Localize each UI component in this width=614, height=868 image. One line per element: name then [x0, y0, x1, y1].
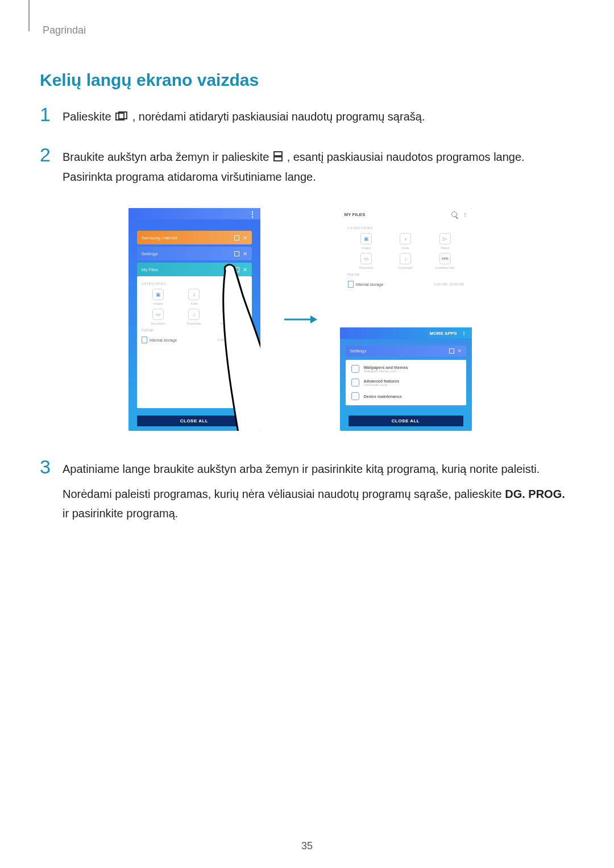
my-files-preview: CATEGORIES ▣Images ♪Audio ▷Videos ▭Docum…	[137, 276, 252, 408]
apk-icon: APK	[439, 253, 451, 264]
text: ir pasirinkite programą.	[63, 507, 178, 520]
label: Videos	[226, 302, 234, 305]
text: Apatiniame lange braukite aukštyn arba ž…	[63, 459, 571, 479]
section-label: PHONE	[142, 329, 248, 332]
label: Images	[154, 302, 163, 305]
downloads-icon: ↓	[400, 253, 411, 264]
left-phone-mockup: ⋮ Samsung Internet ✕ Settings ✕ My Files…	[128, 208, 260, 431]
audio-icon: ♪	[400, 233, 411, 244]
more-apps-label: MORE APPS	[430, 331, 457, 336]
step-body: Braukite aukštyn arba žemyn ir palieskit…	[63, 147, 571, 193]
text: , norėdami atidaryti paskiausiai naudotų…	[132, 110, 425, 123]
step-3: 3 Apatiniame lange braukite aukštyn arba…	[40, 459, 571, 529]
documents-icon: ▭	[360, 253, 372, 264]
svg-marker-5	[310, 315, 317, 323]
storage-icon	[142, 337, 147, 343]
downloads-icon: ↓	[188, 309, 200, 320]
app-title: MY FILES	[345, 212, 366, 217]
storage-row: Internal storage 6.23 GB / 16.00 GB	[347, 279, 465, 290]
section-label: CATEGORIES	[142, 282, 248, 285]
my-files-top-panel: CATEGORIES ▣Images ♪Audio ▷Videos ▭Docum…	[340, 221, 472, 327]
step-body: Palieskite , norėdami atidaryti paskiaus…	[63, 107, 571, 133]
step-number: 2	[40, 145, 63, 164]
step-body: Apatiniame lange braukite aukštyn arba ž…	[63, 459, 571, 529]
storage-icon	[348, 281, 354, 288]
step-number: 3	[40, 457, 63, 476]
svg-rect-3	[274, 157, 282, 161]
storage-value: 6.23 GB / 16.00 GB	[217, 338, 247, 342]
videos-icon: ▷	[225, 289, 236, 300]
list-item: Wallpapers and themesWallpapers, themes,…	[346, 362, 466, 376]
bottom-split-panel: Settings ✕ Wallpapers and themesWallpape…	[340, 340, 472, 408]
close-icon: ✕	[243, 267, 247, 273]
step-2: 2 Braukite aukštyn arba žemyn ir paliesk…	[40, 147, 571, 193]
more-apps-bar: MORE APPS ⋮	[340, 327, 472, 339]
recent-card: Settings ✕	[346, 346, 466, 356]
recent-card: My Files ✕	[137, 263, 252, 276]
list-item: Advanced featuresOne-handed mode	[346, 376, 466, 389]
row-title: Advanced features	[364, 379, 400, 383]
row-sub: Wallpapers, themes, icons	[364, 369, 408, 373]
close-icon: ✕	[458, 348, 462, 354]
section-label: CATEGORIES	[348, 226, 465, 230]
advanced-features-icon	[351, 379, 359, 387]
label: Documents	[359, 266, 374, 269]
more-icon: ⋮	[249, 210, 256, 218]
more-icon: ⋮	[462, 331, 466, 336]
svg-rect-2	[274, 152, 282, 156]
row-title: Device maintenance	[364, 394, 402, 398]
section-label: PHONE	[348, 273, 465, 276]
step-1: 1 Palieskite , norėdami atidaryti paskia…	[40, 107, 571, 133]
settings-list: Wallpapers and themesWallpapers, themes,…	[346, 360, 466, 405]
audio-icon: ♪	[188, 289, 200, 300]
more-icon: ⋮	[463, 212, 467, 217]
text: Norėdami paleisti programas, kurių nėra …	[63, 488, 505, 500]
device-maintenance-icon	[351, 392, 359, 400]
split-view-icon	[234, 251, 239, 256]
app-header: MY FILES ⋮	[340, 208, 472, 221]
images-icon: ▣	[360, 233, 372, 244]
split-view-icon	[273, 148, 283, 167]
recent-apps-stack: Samsung Internet ✕ Settings ✕ My Files ✕	[137, 231, 252, 279]
arrow-right-icon	[283, 314, 317, 325]
label: Installation files	[221, 322, 240, 325]
split-view-icon	[234, 235, 239, 240]
apk-icon: APK	[225, 309, 236, 320]
wallpapers-icon	[351, 365, 359, 373]
split-view-icon	[449, 348, 454, 354]
storage-label: Internal storage	[356, 283, 384, 286]
label: Videos	[441, 246, 449, 250]
documents-icon: ▭	[152, 309, 164, 320]
app-label: Samsung Internet	[142, 235, 177, 240]
bold-label: DG. PROG.	[505, 488, 565, 500]
recent-card: Samsung Internet ✕	[137, 231, 252, 244]
storage-row: Internal storage 6.23 GB / 16.00 GB	[140, 334, 248, 346]
step-number: 1	[40, 105, 63, 124]
app-label: Settings	[350, 348, 367, 354]
app-label: Settings	[142, 251, 158, 256]
label: Images	[362, 246, 371, 250]
right-phone-mockup: MY FILES ⋮ CATEGORIES ▣Images ♪Audio ▷Vi…	[340, 208, 472, 431]
label: Audio	[190, 302, 198, 305]
split-view-icon	[234, 267, 239, 272]
recent-apps-icon	[115, 108, 128, 127]
row-sub: One-handed mode	[364, 383, 400, 387]
storage-value: 6.23 GB / 16.00 GB	[434, 283, 463, 286]
app-label: My Files	[142, 267, 159, 272]
label: Documents	[151, 322, 165, 325]
page-number: 35	[0, 840, 614, 852]
close-icon: ✕	[243, 235, 247, 241]
label: Downloads	[187, 322, 201, 325]
search-icon	[451, 211, 457, 217]
label: Audio	[402, 246, 409, 250]
close-all-button: CLOSE ALL	[137, 416, 252, 426]
page: Pagrindai Kelių langų ekrano vaizdas 1 P…	[0, 0, 614, 868]
header-rule	[28, 0, 30, 31]
close-all-button: CLOSE ALL	[349, 416, 463, 426]
storage-label: Internal storage	[150, 338, 177, 342]
list-item: Device maintenance	[346, 389, 466, 403]
close-icon: ✕	[243, 251, 247, 257]
statusbar: ⋮	[128, 208, 260, 219]
videos-icon: ▷	[439, 233, 451, 244]
label: Downloads	[399, 266, 413, 269]
